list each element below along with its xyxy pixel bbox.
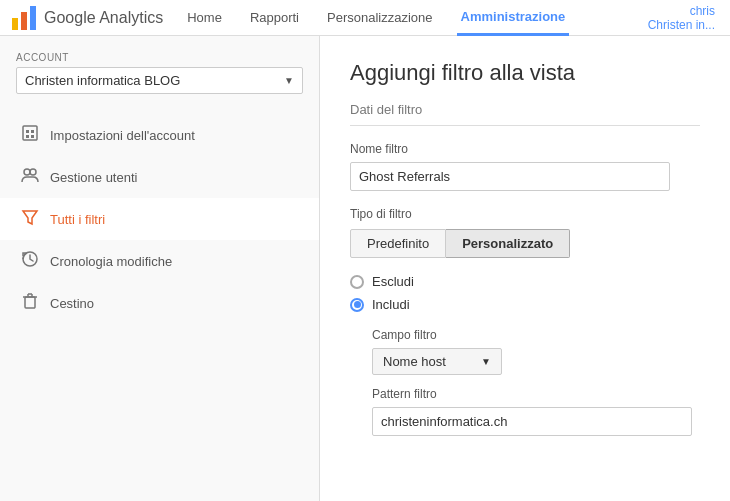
- user-area[interactable]: chris Christen in...: [648, 4, 720, 32]
- svg-rect-4: [26, 130, 29, 133]
- svg-rect-6: [26, 135, 29, 138]
- logo-text: Google Analytics: [44, 9, 163, 27]
- sidebar: ACCOUNT Christen informatica BLOG ▼ Impo…: [0, 36, 320, 501]
- campo-filtro-arrow-icon: ▼: [481, 356, 491, 367]
- sidebar-item-cronologia[interactable]: Cronologia modifiche: [0, 240, 319, 282]
- history-icon: [20, 250, 40, 272]
- radio-circle-includi: [350, 298, 364, 312]
- page-title: Aggiungi filtro alla vista: [350, 60, 700, 86]
- radio-includi[interactable]: Includi: [350, 297, 700, 312]
- nome-filtro-input[interactable]: [350, 162, 670, 191]
- pattern-filtro-label: Pattern filtro: [372, 387, 700, 401]
- svg-rect-0: [12, 18, 18, 30]
- top-nav: Home Rapporti Personalizzazione Amminist…: [163, 0, 647, 36]
- account-section: ACCOUNT Christen informatica BLOG ▼: [0, 52, 319, 106]
- account-label: ACCOUNT: [16, 52, 303, 63]
- svg-rect-3: [23, 126, 37, 140]
- logo-area: Google Analytics: [10, 4, 163, 32]
- personalizzato-button[interactable]: Personalizzato: [446, 229, 570, 258]
- user-sub: Christen in...: [648, 18, 715, 32]
- radio-group: Escludi Includi: [350, 274, 700, 312]
- campo-filtro-label: Campo filtro: [372, 328, 700, 342]
- svg-rect-5: [31, 130, 34, 133]
- building-icon: [20, 124, 40, 146]
- sub-form: Campo filtro Nome host ▼ Pattern filtro: [372, 328, 700, 436]
- users-icon: [20, 166, 40, 188]
- sidebar-item-cestino-label: Cestino: [50, 296, 94, 311]
- nome-filtro-label: Nome filtro: [350, 142, 700, 156]
- radio-circle-escludi: [350, 275, 364, 289]
- tipo-filtro-group: Tipo di filtro Predefinito Personalizzat…: [350, 207, 700, 258]
- radio-escludi-label: Escludi: [372, 274, 414, 289]
- sidebar-item-gestione-utenti[interactable]: Gestione utenti: [0, 156, 319, 198]
- svg-rect-7: [31, 135, 34, 138]
- trash-icon: [20, 292, 40, 314]
- sidebar-item-tutti-filtri[interactable]: Tutti i filtri: [0, 198, 319, 240]
- pattern-filtro-input[interactable]: [372, 407, 692, 436]
- header: Google Analytics Home Rapporti Personali…: [0, 0, 730, 36]
- chevron-down-icon: ▼: [284, 75, 294, 86]
- campo-filtro-dropdown[interactable]: Nome host ▼: [372, 348, 502, 375]
- svg-rect-12: [25, 297, 35, 308]
- nav-home[interactable]: Home: [183, 0, 226, 36]
- nav-amministrazione[interactable]: Amministrazione: [457, 0, 570, 36]
- filter-icon: [20, 208, 40, 230]
- nome-filtro-group: Nome filtro: [350, 142, 700, 191]
- nav-rapporti[interactable]: Rapporti: [246, 0, 303, 36]
- sidebar-item-impostazioni-label: Impostazioni dell'account: [50, 128, 195, 143]
- content-area: Aggiungi filtro alla vista Dati del filt…: [320, 36, 730, 501]
- sidebar-item-cronologia-label: Cronologia modifiche: [50, 254, 172, 269]
- radio-escludi[interactable]: Escludi: [350, 274, 700, 289]
- nav-personalizzazione[interactable]: Personalizzazione: [323, 0, 437, 36]
- svg-rect-1: [21, 12, 27, 30]
- svg-rect-2: [30, 6, 36, 30]
- radio-includi-label: Includi: [372, 297, 410, 312]
- svg-point-9: [30, 169, 36, 175]
- section-label: Dati del filtro: [350, 102, 700, 126]
- sidebar-nav: Impostazioni dell'account Gestione utent…: [0, 114, 319, 324]
- sidebar-item-cestino[interactable]: Cestino: [0, 282, 319, 324]
- account-dropdown[interactable]: Christen informatica BLOG ▼: [16, 67, 303, 94]
- svg-marker-10: [23, 211, 37, 224]
- google-analytics-logo: [10, 4, 38, 32]
- main-layout: ACCOUNT Christen informatica BLOG ▼ Impo…: [0, 36, 730, 501]
- svg-point-8: [24, 169, 30, 175]
- predefinito-button[interactable]: Predefinito: [350, 229, 446, 258]
- user-name: chris: [648, 4, 715, 18]
- campo-filtro-value: Nome host: [383, 354, 446, 369]
- account-dropdown-text: Christen informatica BLOG: [25, 73, 180, 88]
- tipo-filtro-label: Tipo di filtro: [350, 207, 700, 221]
- sidebar-item-impostazioni[interactable]: Impostazioni dell'account: [0, 114, 319, 156]
- filter-type-buttons: Predefinito Personalizzato: [350, 229, 700, 258]
- sidebar-item-filtri-label: Tutti i filtri: [50, 212, 105, 227]
- sidebar-item-gestione-label: Gestione utenti: [50, 170, 137, 185]
